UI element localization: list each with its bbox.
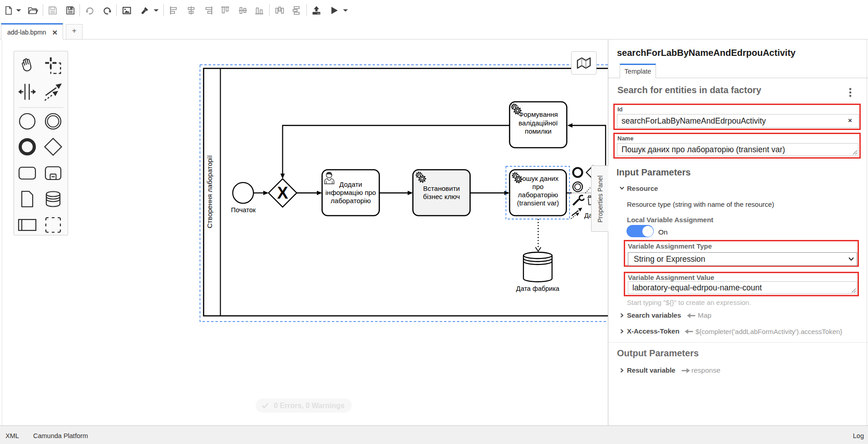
svg-text:бізнес ключ: бізнес ключ <box>423 193 460 200</box>
svg-text:інформацію про: інформацію про <box>326 189 376 196</box>
svg-text:X: X <box>277 184 288 202</box>
svg-text:лабораторію: лабораторію <box>330 197 370 205</box>
svg-text:лабораторію: лабораторію <box>518 191 558 199</box>
svg-text:валідаційної: валідаційної <box>518 119 558 127</box>
svg-text:помилки: помилки <box>525 127 552 135</box>
svg-text:про: про <box>533 183 544 190</box>
svg-text:Пошук даних: Пошук даних <box>518 175 559 182</box>
svg-text:Створення лабораторії: Створення лабораторії <box>206 155 213 228</box>
svg-text:(transient var): (transient var) <box>517 199 559 207</box>
svg-text:Дата фабрика: Дата фабрика <box>516 285 560 292</box>
svg-text:Формування: Формування <box>518 110 558 118</box>
svg-text:Додати: Додати <box>339 180 362 188</box>
svg-text:Початок: Початок <box>231 206 256 214</box>
svg-text:Встановити: Встановити <box>423 185 460 192</box>
